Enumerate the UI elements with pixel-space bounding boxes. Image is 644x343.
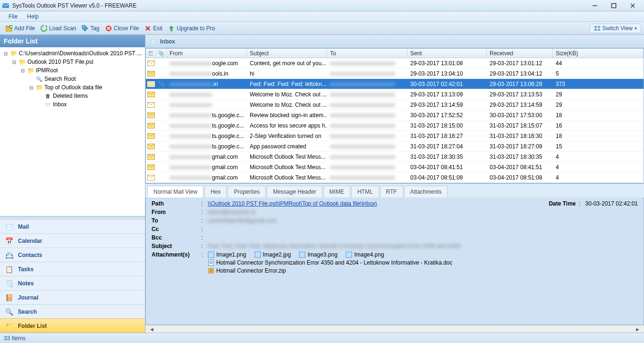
table-row[interactable]: xxxxxxxxxxxxxxxts.google.c...Access for … [146,120,644,131]
table-row[interactable]: xxxxxxxxxxxxxxxgmail.comMicrosoft Outloo… [146,162,644,172]
scroll-left-icon[interactable]: ◄ [149,326,154,332]
tab-hex[interactable]: Hex [204,186,227,197]
cell-subject: Review blocked sign-in attem... [247,110,327,120]
grid-body[interactable]: xxxxxxxxxxxxxxxoogle.comContent, get mor… [146,58,644,183]
nav-contacts[interactable]: 📇Contacts [0,248,145,262]
pst-file-icon [18,59,26,65]
table-row[interactable]: xxxxxxxxxxxxxxxWelcome to Moz. Check out… [146,89,644,100]
row-mail-icon [146,131,156,141]
attachment-item[interactable]: Image4.png [346,251,384,258]
tab-mime[interactable]: MIME [323,186,350,197]
table-row[interactable]: xxxxxxxxxxxxxxxts.google.c...Review bloc… [146,110,644,120]
search-icon [35,76,43,82]
attachment-item[interactable]: Image1.png [208,251,246,258]
attachment-item[interactable]: Image2.jpg [254,251,291,258]
tree-root[interactable]: ⊟ C:\Users\admin\Downloads\Outlook 2010 … [1,49,144,58]
tab-html[interactable]: HTML [351,186,379,197]
nav-journal[interactable]: 📔Journal [0,290,145,304]
value-datetime: 30-03-2017 02:42:01 [585,200,638,207]
nav-notes[interactable]: 🗒️Notes [0,276,145,290]
minimize-button[interactable] [585,0,604,11]
table-row[interactable]: xxxxxxxxxxxxxxxts.google.c...App passwor… [146,141,644,152]
tree-deleted[interactable]: Deleted Items [1,92,144,100]
toolbar: Add File Load Scan Tag Close File Exit U… [0,22,644,35]
upgrade-label: Upgrade to Pro [177,25,215,32]
row-attach-icon [156,100,167,110]
svg-rect-17 [598,26,600,28]
cell-received: 29-03-2017 13:14:59 [487,100,553,110]
tree-top-folder[interactable]: ⊟ Top of Outlook data file [1,83,144,92]
col-attach[interactable]: 📎 [156,49,167,58]
table-row[interactable]: 📎xxxxxxxxxxxxxxx.inFwd: Fwd: Fwd: Fwd: l… [146,79,644,89]
cell-received: 31-03-2017 18:15:07 [487,120,553,130]
col-received[interactable]: Received [487,49,553,58]
col-subject[interactable]: Subject [247,49,327,58]
row-mail-icon [146,100,156,110]
close-button[interactable] [623,0,642,11]
col-size[interactable]: Size(KB) [553,49,644,58]
cell-from: xxxxxxxxxxxxxxx [167,89,247,99]
horizontal-scrollbar[interactable]: ◄ ► [145,325,644,333]
table-row[interactable]: xxxxxxxxxxxxxxxts.google.c...2-Step Veri… [146,131,644,141]
value-attachments: Image1.png Image2.jpg Image3.png Image4.… [208,251,638,275]
nav-list: ✉️Mail 📅Calendar 📇Contacts 📋Tasks 🗒️Note… [0,219,145,333]
svg-rect-36 [346,252,352,257]
label-to: To [152,217,201,224]
cell-sent: 30-03-2017 17:52:52 [407,110,487,120]
close-file-button[interactable]: Close File [102,24,142,33]
maximize-button[interactable] [604,0,623,11]
add-file-button[interactable]: Add File [3,24,38,33]
table-row[interactable]: xxxxxxxxxxxxxxxgmail.comMicrosoft Outloo… [146,152,644,162]
nav-calendar[interactable]: 📅Calendar [0,233,145,248]
menu-help[interactable]: Help [22,12,43,21]
tree-pst[interactable]: ⊟ Outlook 2010 PST File.pst [1,58,144,66]
exit-button[interactable]: Exit [142,24,165,33]
collapse-icon[interactable]: ⊟ [28,85,34,90]
col-from[interactable]: From [167,49,247,58]
col-icon[interactable] [146,49,156,58]
cell-sent: 29-03-2017 13:01:08 [407,58,487,68]
table-row[interactable]: xxxxxxxxxxxxxxxools.inhixxxxxxxxxxxxxxxx… [146,69,644,79]
load-scan-button[interactable]: Load Scan [38,24,79,33]
attachment-item[interactable]: Hotmail Connector Synchronization Error … [208,259,452,266]
table-row[interactable]: xxxxxxxxxxxxxxxoogle.comContent, get mor… [146,58,644,69]
row-attach-icon [156,141,167,151]
menu-file[interactable]: File [4,12,22,21]
label-attachments: Attachment(s) [152,251,201,258]
nav-tasks[interactable]: 📋Tasks [0,262,145,276]
attachment-item[interactable]: Hotmail Connector Error.zip [208,267,286,274]
add-file-label: Add File [14,25,35,32]
nav-folder-list[interactable]: 📁Folder List [0,318,145,333]
tab-rtf[interactable]: RTF [380,186,403,197]
table-row[interactable]: xxxxxxxxxxxxxxxgmail.comMicrosoft Outloo… [146,172,644,183]
col-to[interactable]: To [327,49,407,58]
tab-properties[interactable]: Properties [228,186,266,197]
tab-attachments[interactable]: Attachments [404,186,448,197]
tree-ipmroot[interactable]: ⊟ IPMRoot [1,66,144,75]
table-row[interactable]: xxxxxxxxxxxxxxxWelcome to Moz. Check out… [146,100,644,110]
nav-mail[interactable]: ✉️Mail [0,219,145,233]
cell-sent: 29-03-2017 13:14:59 [407,100,487,110]
tree-inbox-label: Inbox [53,101,67,108]
tab-normal[interactable]: Normal Mail View [147,186,203,197]
collapse-icon[interactable]: ⊟ [11,60,17,65]
scroll-right-icon[interactable]: ► [635,326,640,332]
folder-tree[interactable]: ⊟ C:\Users\admin\Downloads\Outlook 2010 … [0,47,145,216]
tab-header[interactable]: Message Header [267,186,322,197]
contacts-icon: 📇 [5,251,13,259]
collapse-icon[interactable]: ⊟ [20,68,25,73]
attachment-item[interactable]: Image3.png [299,251,337,258]
cell-subject: Microsoft Outlook Test Mess... [247,152,327,162]
nav-journal-label: Journal [18,294,38,301]
switch-view-button[interactable]: Switch View ▾ [590,24,641,33]
tree-search-root[interactable]: Search Root [1,75,144,83]
col-sent[interactable]: Sent [407,49,487,58]
nav-search[interactable]: 🔍Search [0,304,145,318]
tag-button[interactable]: Tag [79,24,102,33]
cell-to: xxxxxxxxxxxxxxxxxxxxxxx [327,79,407,89]
tree-inbox[interactable]: Inbox [1,100,144,109]
upgrade-button[interactable]: Upgrade to Pro [165,24,218,33]
path-link[interactable]: \\Outlook 2010 PST File.pst\IPMRoot\Top … [208,200,377,207]
tree-search-root-label: Search Root [44,76,76,82]
collapse-icon[interactable]: ⊟ [3,51,8,56]
